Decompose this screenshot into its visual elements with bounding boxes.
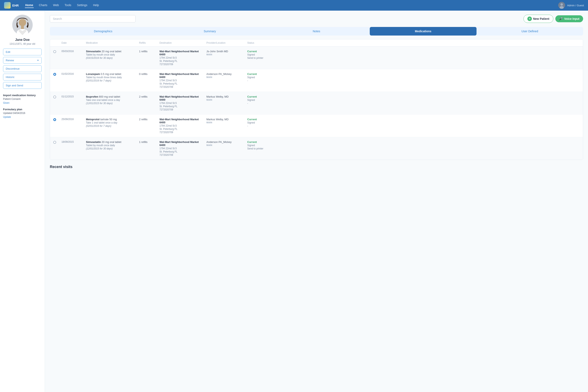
header-actions: + New Patient 🎤 Voice Input bbox=[524, 15, 583, 23]
voice-input-label: Voice Input bbox=[564, 17, 580, 20]
microphone-icon: 🎤 bbox=[559, 17, 563, 20]
row-refills-1: 0 refills bbox=[139, 72, 160, 76]
nav-link-home[interactable]: Home bbox=[25, 3, 34, 8]
patient-name: Jane Doe bbox=[15, 38, 30, 42]
import-subtitle: Patient Consent bbox=[3, 98, 42, 100]
col-destination: Destination bbox=[160, 42, 206, 44]
plus-icon: + bbox=[527, 16, 532, 21]
table-row: 18/09/2015 Simvastatin 20 mg oral tablet… bbox=[50, 137, 583, 160]
patient-photo bbox=[12, 15, 33, 35]
formulary-update-link[interactable]: Update bbox=[3, 116, 11, 118]
row-destination-3: Wal-Mart Neighborhood Market 6400 1794 2… bbox=[160, 118, 206, 134]
row-status-3: Current Signed- bbox=[247, 118, 284, 128]
patient-avatar bbox=[12, 15, 33, 35]
main-content: + New Patient 🎤 Voice Input Demographics… bbox=[45, 10, 588, 392]
row-provider-0: Js-John Smith MD MAIN bbox=[206, 50, 247, 56]
patient-dob: 13/11/1971, 48 year old bbox=[10, 42, 35, 45]
row-provider-1: Anderson PA_Mickey MAIN bbox=[206, 72, 247, 78]
radio-dot-2[interactable] bbox=[53, 96, 56, 98]
row-status-1: Current Signed- bbox=[247, 72, 284, 82]
radio-dot-4[interactable] bbox=[53, 141, 56, 144]
import-section: Import medication history Patient Consen… bbox=[3, 94, 42, 104]
table-row: 05/03/2016 Simvastatin 20 mg oral tablet… bbox=[50, 46, 583, 69]
nav-link-web[interactable]: Web bbox=[53, 3, 60, 8]
row-date-4: 18/09/2015 bbox=[62, 140, 86, 143]
col-refills: Refills bbox=[139, 42, 160, 44]
svg-point-4 bbox=[19, 19, 26, 26]
row-provider-2: Markus Welby, MD MAIN bbox=[206, 95, 247, 101]
row-medication-4: Simvastatin 20 mg oral tablet Tablet by … bbox=[86, 140, 139, 150]
formulary-title: Formulary plan bbox=[3, 108, 42, 111]
tab-bar: Demographics Summary Notes Medications U… bbox=[50, 27, 583, 36]
row-radio-4[interactable] bbox=[53, 140, 62, 144]
sign-and-send-button[interactable]: Sign and Send bbox=[3, 82, 42, 89]
col-date: Date bbox=[62, 42, 86, 44]
row-status-4: Current SignedSend to printer bbox=[247, 140, 284, 150]
row-radio-1[interactable] bbox=[53, 72, 62, 76]
voice-input-button[interactable]: 🎤 Voice Input bbox=[555, 15, 583, 22]
row-destination-0: Wal-Mart Neighborhood Market 6400 1794 2… bbox=[160, 50, 206, 66]
svg-rect-5 bbox=[21, 26, 24, 29]
row-destination-4: Wal-Mart Neighborhood Market 6400 1794 2… bbox=[160, 140, 206, 156]
formulary-updated: Updated 04/04/2016 bbox=[3, 112, 42, 114]
row-medication-1: Lorazepam 0.5 mg oral tablet Tablet by m… bbox=[86, 72, 139, 82]
row-destination-1: Wal-Mart Neighborhood Market 6400 1794 2… bbox=[160, 72, 206, 88]
tab-summary[interactable]: Summary bbox=[156, 27, 263, 36]
import-link[interactable]: Given bbox=[3, 102, 10, 104]
nav-link-help[interactable]: Help bbox=[93, 3, 100, 8]
app-logo: EHR bbox=[4, 2, 19, 8]
formulary-section: Formulary plan Updated 04/04/2016 Update bbox=[3, 108, 42, 118]
logo-text: EHR bbox=[12, 4, 19, 7]
table-row: 01/12/2015 Ibuprofen 800 mg oral tablet … bbox=[50, 92, 583, 114]
new-patient-button[interactable]: + New Patient bbox=[524, 15, 553, 23]
content-header: + New Patient 🎤 Voice Input bbox=[50, 15, 583, 23]
row-refills-2: 2 refills bbox=[139, 95, 160, 98]
medication-rows: 05/03/2016 Simvastatin 20 mg oral tablet… bbox=[50, 46, 583, 160]
discontinue-button[interactable]: Discontinue bbox=[3, 65, 42, 72]
table-row: 01/02/2016 Lorazepam 0.5 mg oral tablet … bbox=[50, 69, 583, 92]
tab-notes[interactable]: Notes bbox=[263, 27, 370, 36]
row-date-2: 01/12/2015 bbox=[62, 95, 86, 98]
col-medication: Medication bbox=[86, 42, 139, 44]
search-wrap bbox=[50, 15, 136, 22]
tab-medications[interactable]: Medications bbox=[370, 27, 476, 36]
svg-point-1 bbox=[560, 3, 563, 6]
col-provider: Provider/Location bbox=[206, 42, 247, 44]
top-navigation: EHR Home Charts Web Tools Settings Help … bbox=[0, 0, 588, 10]
col-status: Status bbox=[247, 42, 284, 44]
import-title: Import medication history bbox=[3, 94, 42, 97]
row-medication-3: Metoprolol tartrate 50 mg Take 1 oral ta… bbox=[86, 118, 139, 128]
row-radio-2[interactable] bbox=[53, 95, 62, 98]
nav-user-avatar[interactable] bbox=[558, 2, 565, 9]
tab-user-defined[interactable]: User Defined bbox=[476, 27, 583, 36]
row-refills-3: 2 refills bbox=[139, 118, 160, 121]
nav-link-settings[interactable]: Settings bbox=[76, 3, 88, 8]
row-refills-0: 1 refills bbox=[139, 50, 160, 53]
nav-link-tools[interactable]: Tools bbox=[64, 3, 72, 8]
nav-user-name: Admin / Guest bbox=[567, 4, 584, 7]
renew-button[interactable]: Renew ▼ bbox=[3, 57, 42, 64]
nav-link-charts[interactable]: Charts bbox=[38, 3, 48, 8]
search-input[interactable] bbox=[50, 15, 136, 22]
row-radio-3[interactable] bbox=[53, 118, 62, 121]
row-medication-0: Simvastatin 20 mg oral tablet Tablet by … bbox=[86, 50, 139, 60]
radio-dot-1[interactable] bbox=[53, 73, 56, 76]
table-header: Date Medication Refills Destination Prov… bbox=[50, 40, 583, 46]
tab-demographics[interactable]: Demographics bbox=[50, 27, 156, 36]
logo-icon bbox=[4, 2, 10, 8]
row-status-2: Current Signed- bbox=[247, 95, 284, 105]
avatar-image bbox=[558, 2, 565, 9]
historic-button[interactable]: Historic bbox=[3, 74, 42, 80]
medications-table: Date Medication Refills Destination Prov… bbox=[50, 39, 583, 160]
sidebar: Jane Doe 13/11/1971, 48 year old Edit Re… bbox=[0, 10, 45, 392]
row-provider-4: Anderson PA_Mickey MAIN bbox=[206, 140, 247, 146]
row-provider-3: Markus Welby, MD MAIN bbox=[206, 118, 247, 124]
row-refills-4: 1 refills bbox=[139, 140, 160, 144]
edit-button[interactable]: Edit bbox=[3, 48, 42, 55]
col-select bbox=[53, 42, 62, 44]
radio-dot-3[interactable] bbox=[53, 118, 56, 121]
radio-dot-0[interactable] bbox=[53, 50, 56, 53]
row-radio-0[interactable] bbox=[53, 50, 62, 53]
new-patient-label: New Patient bbox=[533, 17, 549, 20]
row-destination-2: Wal-Mart Neighborhood Market 6400 1794 2… bbox=[160, 95, 206, 111]
